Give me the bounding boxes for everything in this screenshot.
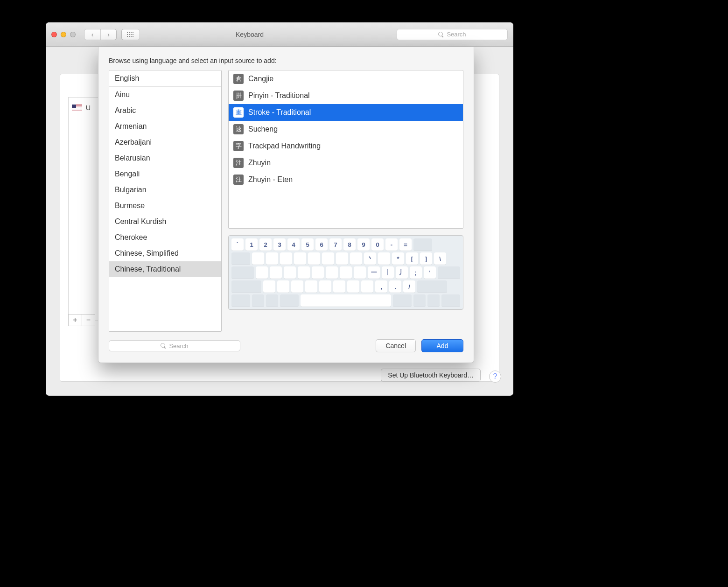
input-source-label: Trackpad Handwriting <box>248 142 321 150</box>
key-tab <box>231 252 250 265</box>
key: - <box>385 238 398 251</box>
input-source-list[interactable]: 倉Cangjie拼Pinyin - Traditional畫Stroke - T… <box>228 70 463 229</box>
add-source-button[interactable]: + <box>69 314 82 326</box>
zoom-icon[interactable] <box>70 32 76 37</box>
key <box>291 280 303 293</box>
help-button[interactable]: ? <box>489 370 501 383</box>
key-backspace <box>413 238 432 251</box>
key <box>312 266 324 279</box>
key-shift <box>417 280 447 293</box>
language-list-header: English <box>109 70 221 87</box>
back-button[interactable]: ‹ <box>84 29 100 40</box>
key-shift <box>231 280 261 293</box>
key: \ <box>434 252 446 265</box>
key-modifier <box>427 294 440 307</box>
input-source-icon: 速 <box>233 124 244 134</box>
input-source-label: Zhuyin - Eten <box>248 175 293 184</box>
input-source-item[interactable]: 字Trackpad Handwriting <box>229 138 463 154</box>
key: [ <box>406 252 418 265</box>
add-input-source-sheet: Browse using language and select an inpu… <box>98 47 474 363</box>
key: ] <box>420 252 432 265</box>
input-source-item[interactable]: 畫Stroke - Traditional <box>229 104 463 121</box>
close-icon[interactable] <box>51 32 57 37</box>
key-modifier <box>280 294 299 307</box>
key: / <box>403 280 415 293</box>
key <box>350 252 362 265</box>
input-source-icon: 倉 <box>233 74 244 84</box>
input-source-item[interactable]: 注Zhuyin - Eten <box>229 171 463 188</box>
language-item[interactable]: Armenian <box>109 119 221 134</box>
input-source-item[interactable]: 倉Cangjie <box>229 70 463 87</box>
key: ` <box>231 238 244 251</box>
key <box>270 266 282 279</box>
key <box>263 280 275 293</box>
key-capslock <box>231 266 254 279</box>
language-item[interactable]: Cherokee <box>109 230 221 245</box>
cancel-button[interactable]: Cancel <box>376 339 416 352</box>
input-source-item[interactable]: 速Sucheng <box>229 121 463 138</box>
input-source-icon: 畫 <box>233 107 244 118</box>
key: ' <box>424 266 436 279</box>
key <box>308 252 320 265</box>
key: 8 <box>343 238 356 251</box>
sheet-title: Browse using language and select an inpu… <box>109 57 463 64</box>
key: ; <box>410 266 422 279</box>
key-modifier <box>393 294 412 307</box>
sheet-footer: Search Cancel Add <box>109 339 463 352</box>
language-search-placeholder: Search <box>169 342 188 349</box>
language-item[interactable]: Central Kurdish <box>109 214 221 230</box>
key <box>277 280 289 293</box>
language-item[interactable]: Arabic <box>109 103 221 119</box>
add-button[interactable]: Add <box>421 339 463 352</box>
language-list[interactable]: English AinuArabicArmenianAzerbaijaniBel… <box>109 70 222 332</box>
key <box>319 280 331 293</box>
key: 3 <box>273 238 286 251</box>
key: = <box>399 238 412 251</box>
key <box>252 252 264 265</box>
preferences-window: ‹ › Keyboard Search U + − Set Up Bluetoo… <box>46 22 513 396</box>
input-source-label: Stroke - Traditional <box>248 108 311 117</box>
minimize-icon[interactable] <box>61 32 66 37</box>
language-item[interactable]: Chinese, Simplified <box>109 245 221 261</box>
add-remove-stepper: + − <box>68 314 95 326</box>
key: 2 <box>259 238 272 251</box>
key-modifier <box>252 294 264 307</box>
input-source-item[interactable]: 注Zhuyin <box>229 154 463 171</box>
titlebar: ‹ › Keyboard Search <box>46 22 513 47</box>
key: 7 <box>329 238 342 251</box>
key-modifier <box>266 294 278 307</box>
key <box>347 280 359 293</box>
language-item[interactable]: Burmese <box>109 198 221 214</box>
language-search[interactable]: Search <box>109 340 240 351</box>
language-item[interactable]: Azerbaijani <box>109 134 221 150</box>
key <box>284 266 296 279</box>
key: * <box>392 252 404 265</box>
toolbar-search[interactable]: Search <box>397 29 508 40</box>
language-item[interactable]: Bulgarian <box>109 182 221 198</box>
key: 1 <box>245 238 258 251</box>
key: . <box>389 280 401 293</box>
key <box>361 280 373 293</box>
toolbar-search-placeholder: Search <box>447 31 466 38</box>
input-source-icon: 注 <box>233 175 244 185</box>
key: 一 <box>368 266 380 279</box>
key: 6 <box>315 238 328 251</box>
remove-source-button[interactable]: − <box>82 314 95 326</box>
input-source-icon: 字 <box>233 141 244 151</box>
keyboard-preview: `1234567890-=丶*[]\一丨丿;',./ <box>228 235 463 310</box>
language-item[interactable]: Chinese, Traditional <box>109 261 221 277</box>
input-source-item[interactable]: 拼Pinyin - Traditional <box>229 87 463 104</box>
key <box>294 252 306 265</box>
input-source-label: Zhuyin <box>248 159 271 167</box>
list-item[interactable]: U <box>72 104 91 112</box>
search-icon <box>161 343 166 349</box>
language-item[interactable]: Belarusian <box>109 150 221 166</box>
lists-container: English AinuArabicArmenianAzerbaijaniBel… <box>109 70 463 332</box>
bluetooth-setup-button[interactable]: Set Up Bluetooth Keyboard… <box>381 369 481 382</box>
key: 5 <box>301 238 314 251</box>
key <box>333 280 345 293</box>
language-item[interactable]: Ainu <box>109 87 221 103</box>
key: 0 <box>371 238 384 251</box>
language-item[interactable]: Bengali <box>109 166 221 182</box>
key <box>322 252 334 265</box>
